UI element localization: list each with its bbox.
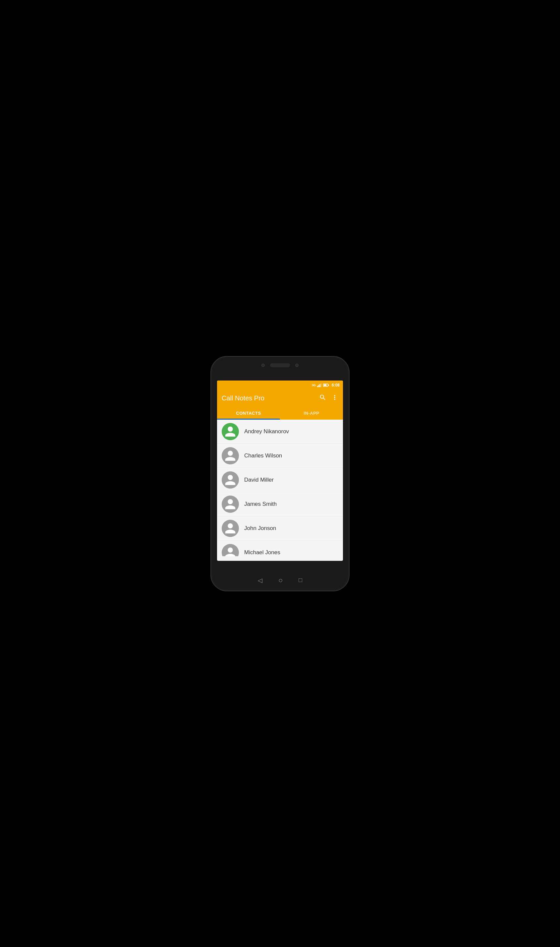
person-icon [224, 450, 237, 462]
contact-item[interactable]: John Jonson [217, 516, 343, 540]
phone-bottom-nav: ◁ ○ □ [211, 576, 349, 585]
contact-item[interactable]: Charles Wilson [217, 444, 343, 468]
contact-avatar [222, 520, 239, 537]
contact-item[interactable]: Andrey Nikanorov [217, 420, 343, 444]
contact-name: John Jonson [244, 525, 276, 532]
status-time: 6:08 [332, 383, 340, 388]
svg-rect-3 [320, 383, 322, 387]
search-icon[interactable] [319, 394, 326, 403]
contact-list: Andrey Nikanorov Charles Wilson David Mi… [217, 420, 343, 556]
recent-button[interactable]: □ [298, 577, 302, 584]
contact-name: Charles Wilson [244, 453, 282, 459]
contact-name: Andrey Nikanorov [244, 428, 289, 435]
person-icon [224, 425, 237, 438]
app-title: Call Notes Pro [222, 394, 265, 402]
phone-device: 3G 6:08 Call Notes Pro [211, 356, 349, 591]
status-bar: 3G 6:08 [217, 380, 343, 390]
contact-avatar [222, 496, 239, 513]
app-bar-icons [319, 394, 338, 403]
person-icon [224, 474, 237, 486]
svg-rect-2 [319, 384, 320, 387]
person-icon [224, 546, 237, 556]
svg-rect-6 [323, 384, 326, 386]
tab-inapp[interactable]: IN-APP [280, 407, 343, 420]
back-button[interactable]: ◁ [258, 577, 262, 584]
contact-item[interactable]: James Smith [217, 492, 343, 516]
contact-avatar [222, 447, 239, 464]
phone-top-hardware [211, 363, 349, 367]
more-options-icon[interactable] [331, 394, 338, 403]
contact-name: James Smith [244, 501, 277, 508]
network-indicator: 3G [312, 383, 316, 387]
svg-rect-0 [317, 386, 318, 387]
front-camera [262, 363, 265, 367]
tab-contacts[interactable]: CONTACTS [217, 407, 280, 420]
contact-avatar [222, 423, 239, 440]
contact-avatar [222, 471, 239, 488]
contact-name: Michael Jones [244, 549, 280, 556]
person-icon [224, 522, 237, 535]
status-icons: 3G 6:08 [312, 383, 340, 388]
sensor [295, 363, 298, 367]
contact-item[interactable]: David Miller [217, 468, 343, 492]
phone-screen: 3G 6:08 Call Notes Pro [217, 380, 343, 561]
signal-icon [317, 383, 322, 387]
earpiece-speaker [270, 363, 290, 367]
tab-bar: CONTACTS IN-APP [217, 407, 343, 420]
person-icon [224, 498, 237, 510]
contact-name: David Miller [244, 477, 274, 483]
svg-rect-1 [318, 385, 319, 387]
contact-item[interactable]: Michael Jones [217, 540, 343, 556]
svg-rect-5 [328, 385, 329, 386]
app-bar: Call Notes Pro [217, 390, 343, 407]
contact-avatar [222, 544, 239, 556]
home-button[interactable]: ○ [278, 576, 283, 585]
battery-icon [323, 383, 329, 387]
